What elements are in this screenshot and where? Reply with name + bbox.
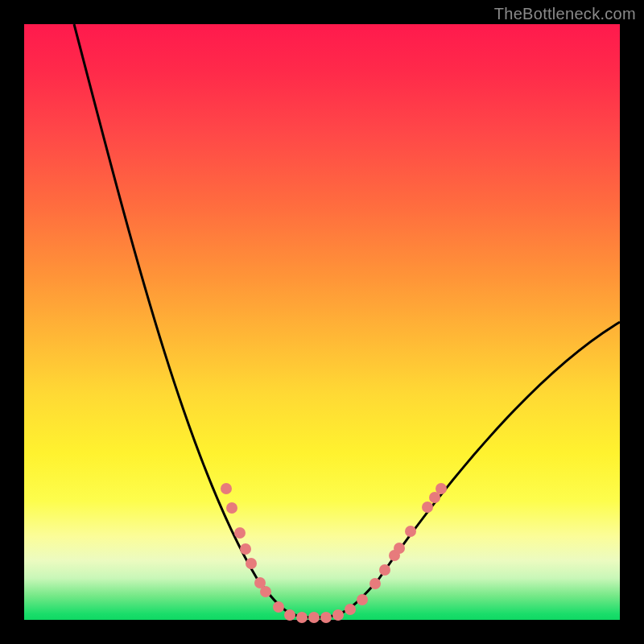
curve-marker [394, 543, 405, 554]
curve-marker [369, 578, 381, 589]
curve-marker [240, 543, 251, 555]
curve-marker [284, 609, 295, 621]
chart-plot-area [24, 24, 620, 620]
marker-group [221, 483, 447, 623]
curve-marker [320, 612, 332, 623]
curve-marker [246, 558, 257, 569]
curve-marker [422, 502, 433, 513]
chart-frame: TheBottleneck.com [0, 0, 644, 644]
curve-marker [260, 586, 271, 597]
curve-marker [221, 483, 232, 494]
watermark-text: TheBottleneck.com [494, 5, 636, 23]
curve-marker [308, 612, 320, 623]
curve-marker [379, 564, 390, 576]
chart-svg [24, 24, 620, 620]
curve-marker [436, 483, 447, 494]
bottleneck-curve [74, 24, 620, 617]
curve-marker [296, 612, 308, 623]
curve-marker [234, 527, 246, 539]
curve-marker [405, 526, 416, 537]
curve-marker [345, 604, 356, 615]
curve-marker [332, 609, 344, 621]
curve-marker [226, 502, 237, 514]
curve-marker [273, 601, 284, 613]
curve-marker [357, 594, 368, 605]
